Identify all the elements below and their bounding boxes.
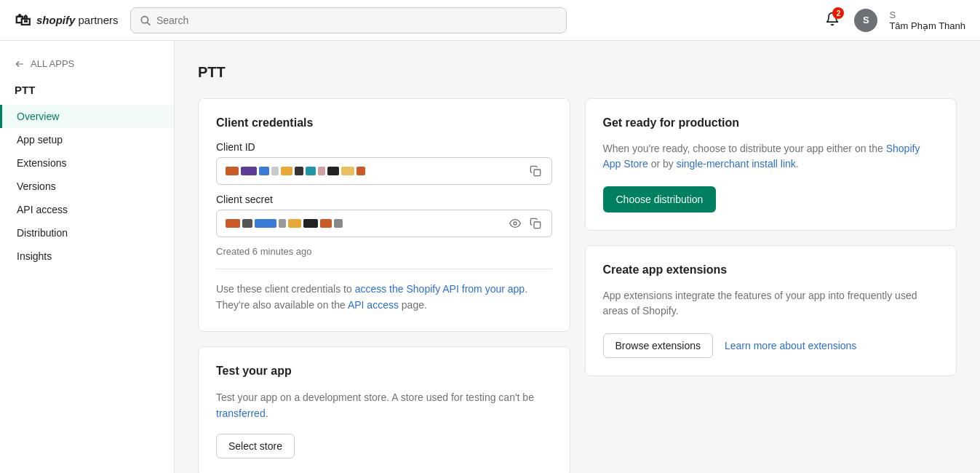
client-secret-value bbox=[226, 219, 502, 228]
client-secret-field bbox=[216, 210, 552, 237]
search-bar bbox=[130, 7, 567, 33]
production-card: Get ready for production When you're rea… bbox=[585, 98, 957, 231]
sidebar-item-insights[interactable]: Insights bbox=[0, 245, 174, 268]
sidebar: ALL APPS PTT Overview App setup Extensio… bbox=[0, 41, 175, 473]
extensions-card: Create app extensions App extensions int… bbox=[585, 245, 957, 376]
sidebar-link-extensions[interactable]: Extensions bbox=[0, 151, 174, 175]
sidebar-item-overview[interactable]: Overview bbox=[0, 105, 174, 128]
cards-grid: Client credentials Client ID bbox=[198, 98, 957, 473]
main-content: PTT Client credentials Client ID bbox=[175, 41, 980, 473]
test-app-card: Test your app Test your app on a develop… bbox=[198, 346, 570, 473]
client-id-label: Client ID bbox=[216, 141, 552, 153]
sidebar-link-api-access[interactable]: API access bbox=[0, 198, 174, 221]
sidebar-app-name: PTT bbox=[0, 81, 174, 105]
sidebar-nav: Overview App setup Extensions Versions A… bbox=[0, 105, 174, 268]
sidebar-item-api-access[interactable]: API access bbox=[0, 198, 174, 221]
production-title: Get ready for production bbox=[603, 116, 939, 130]
created-time: Created 6 minutes ago bbox=[216, 246, 552, 257]
nav-right: 2 S S Tâm Phạm Thanh bbox=[822, 9, 965, 32]
sidebar-link-app-setup[interactable]: App setup bbox=[0, 128, 174, 151]
client-secret-label: Client secret bbox=[216, 194, 552, 205]
single-merchant-link[interactable]: single-merchant install link bbox=[677, 158, 796, 170]
client-credentials-card: Client credentials Client ID bbox=[198, 98, 570, 332]
page-title: PTT bbox=[198, 64, 957, 81]
topnav: 🛍 shopify partners 2 S S Tâm Phạm Thanh bbox=[0, 0, 980, 41]
back-label: ALL APPS bbox=[31, 58, 74, 69]
credentials-info: Use these client credentials to access t… bbox=[216, 281, 552, 314]
search-icon bbox=[140, 15, 151, 26]
sidebar-link-distribution[interactable]: Distribution bbox=[0, 221, 174, 245]
copy-secret-button[interactable] bbox=[528, 216, 543, 231]
user-info: S Tâm Phạm Thanh bbox=[889, 9, 965, 31]
sidebar-item-extensions[interactable]: Extensions bbox=[0, 151, 174, 175]
layout: ALL APPS PTT Overview App setup Extensio… bbox=[0, 41, 980, 473]
copy-client-id-button[interactable] bbox=[528, 164, 543, 178]
right-column: Get ready for production When you're rea… bbox=[585, 98, 957, 473]
copy-icon-2 bbox=[530, 218, 541, 229]
svg-point-4 bbox=[514, 222, 517, 225]
sidebar-item-app-setup[interactable]: App setup bbox=[0, 128, 174, 151]
learn-more-extensions-link[interactable]: Learn more about extensions bbox=[725, 340, 856, 351]
copy-icon bbox=[530, 165, 541, 177]
user-initial-label: S bbox=[889, 9, 965, 20]
test-app-description: Test your app on a development store. A … bbox=[216, 389, 552, 422]
avatar: S bbox=[854, 9, 877, 32]
user-name: Tâm Phạm Thanh bbox=[889, 20, 965, 31]
shopify-logo-icon: 🛍 bbox=[15, 11, 31, 30]
logo: 🛍 shopify partners bbox=[15, 11, 119, 30]
extensions-title: Create app extensions bbox=[603, 263, 939, 277]
client-id-value bbox=[226, 167, 522, 175]
left-column: Client credentials Client ID bbox=[198, 98, 570, 473]
api-access-link[interactable]: API access bbox=[348, 299, 399, 311]
arrow-left-icon bbox=[15, 59, 25, 69]
production-description: When you're ready, choose to distribute … bbox=[603, 141, 939, 172]
select-store-button[interactable]: Select store bbox=[216, 434, 295, 458]
back-to-all-apps[interactable]: ALL APPS bbox=[0, 52, 174, 75]
api-link[interactable]: access the Shopify API from your app bbox=[355, 283, 525, 295]
svg-line-1 bbox=[147, 22, 149, 24]
eye-icon bbox=[509, 218, 521, 229]
notification-badge: 2 bbox=[832, 7, 844, 19]
notifications-button[interactable]: 2 bbox=[822, 9, 842, 31]
browse-extensions-button[interactable]: Browse extensions bbox=[603, 333, 714, 358]
reveal-secret-button[interactable] bbox=[508, 216, 522, 231]
sidebar-item-distribution[interactable]: Distribution bbox=[0, 221, 174, 245]
client-credentials-title: Client credentials bbox=[216, 116, 552, 130]
divider bbox=[216, 269, 552, 269]
choose-distribution-button[interactable]: Choose distribution bbox=[603, 186, 717, 212]
extensions-description: App extensions integrate the features of… bbox=[603, 288, 939, 319]
extensions-actions: Browse extensions Learn more about exten… bbox=[603, 333, 939, 358]
sidebar-link-overview[interactable]: Overview bbox=[0, 105, 174, 128]
svg-rect-5 bbox=[534, 222, 541, 228]
logo-text: shopify partners bbox=[36, 14, 119, 26]
sidebar-item-versions[interactable]: Versions bbox=[0, 175, 174, 198]
svg-rect-3 bbox=[534, 170, 541, 176]
transferred-link[interactable]: transferred bbox=[216, 408, 266, 419]
sidebar-link-versions[interactable]: Versions bbox=[0, 175, 174, 198]
test-app-title: Test your app bbox=[216, 365, 552, 378]
search-input[interactable] bbox=[156, 15, 557, 26]
client-id-field bbox=[216, 157, 552, 185]
sidebar-link-insights[interactable]: Insights bbox=[0, 245, 174, 268]
